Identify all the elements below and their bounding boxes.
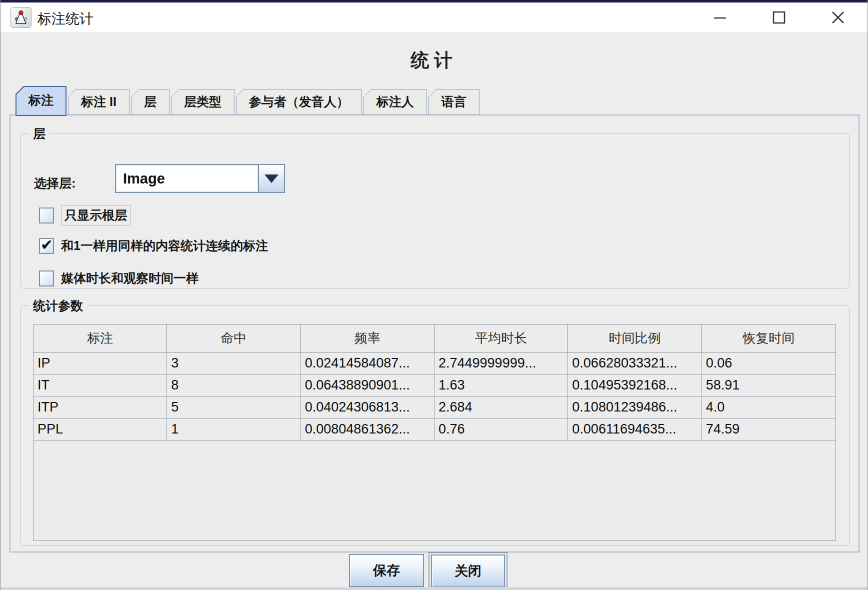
tab-label: 标注人 (364, 89, 427, 114)
cell-frequency: 0.06438890901... (301, 374, 434, 396)
titlebar[interactable]: 标注统计 (0, 2, 868, 32)
tab-tiers[interactable]: 层 (131, 89, 170, 115)
column-header-frequency[interactable]: 频率 (301, 324, 434, 352)
tab-participants[interactable]: 参与者（发音人） (236, 89, 362, 115)
maximize-button[interactable] (750, 2, 808, 32)
checkbox-icon (39, 208, 54, 224)
combo-dropdown-button[interactable] (258, 165, 284, 192)
tab-bar: 标注 标注 II 层 层类型 参与者（发音人） 标注人 (16, 85, 481, 115)
java-duke-icon (10, 7, 32, 28)
cell-time-ratio: 0.10801239486... (568, 396, 702, 418)
cell-latency-time: 74.59 (702, 418, 836, 440)
cell-time-ratio: 0.00611694635... (568, 418, 702, 440)
chevron-down-icon (264, 174, 278, 183)
column-header-occurrences[interactable]: 命中 (167, 324, 300, 352)
cell-occurrences: 3 (167, 352, 300, 374)
tab-annotations-2[interactable]: 标注 II (68, 89, 130, 115)
save-button[interactable]: 保存 (349, 554, 424, 587)
tab-label: 标注 II (68, 89, 130, 114)
cell-latency-time: 0.06 (702, 352, 836, 374)
select-tier-label: 选择层: (34, 175, 76, 192)
cell-time-ratio: 0.10495392168... (568, 374, 702, 396)
cell-annotation: IT (34, 374, 167, 396)
annotation-statistics-window: 标注统计 统计 标注 标注 II 层 (0, 0, 868, 590)
checkbox-checked-icon (39, 238, 54, 254)
table-row[interactable]: ITP 5 0.04024306813... 2.684 0.108012394… (34, 396, 836, 418)
tab-label: 参与者（发音人） (236, 89, 362, 114)
tier-groupbox: 层 选择层: Image 只显示根层 和1一样用同样的内容统计连续的标注 媒体时… (20, 134, 850, 288)
checkbox-root-tiers-only[interactable]: 只显示根层 (39, 205, 130, 226)
checkbox-label: 和1一样用同样的内容统计连续的标注 (61, 238, 268, 254)
tier-group-title: 层 (29, 126, 50, 142)
tier-combobox-value: Image (116, 165, 258, 192)
cell-occurrences: 8 (167, 374, 300, 396)
tab-annotations[interactable]: 标注 (16, 86, 66, 116)
tab-label: 层类型 (171, 89, 234, 114)
checkbox-label: 媒体时长和观察时间一样 (61, 270, 198, 286)
table-row[interactable]: IT 8 0.06438890901... 1.63 0.10495392168… (34, 374, 836, 396)
cell-occurrences: 5 (167, 396, 300, 418)
column-header-latency-time[interactable]: 恢复时间 (702, 324, 836, 352)
page-title: 统计 (0, 48, 868, 73)
minimize-button[interactable] (690, 2, 750, 32)
close-dialog-button[interactable]: 关闭 (431, 554, 505, 588)
cell-frequency: 0.02414584087... (301, 352, 434, 374)
statistics-table: 标注 命中 频率 平均时长 时间比例 恢复时间 IP 3 0.024145840… (33, 324, 836, 541)
tab-annotators[interactable]: 标注人 (364, 89, 427, 115)
table-row[interactable]: PPL 1 0.00804861362... 0.76 0.0061169463… (34, 418, 836, 440)
close-button[interactable] (808, 2, 868, 32)
cell-latency-time: 58.91 (702, 374, 836, 396)
cell-time-ratio: 0.06628033321... (568, 352, 702, 374)
cell-annotation: PPL (34, 418, 167, 440)
checkbox-label: 只显示根层 (61, 205, 130, 226)
cell-average-duration: 1.63 (434, 374, 568, 396)
tab-label: 层 (131, 89, 170, 114)
cell-latency-time: 4.0 (702, 396, 836, 418)
table-header-row: 标注 命中 频率 平均时长 时间比例 恢复时间 (34, 324, 836, 352)
cell-annotation: ITP (34, 396, 167, 418)
tab-languages[interactable]: 语言 (428, 89, 480, 115)
checkbox-count-contiguous-annotations[interactable]: 和1一样用同样的内容统计连续的标注 (39, 238, 268, 254)
column-header-time-ratio[interactable]: 时间比例 (568, 324, 702, 352)
cell-average-duration: 2.7449999999... (434, 352, 568, 374)
cell-occurrences: 1 (167, 418, 300, 440)
column-header-annotation[interactable]: 标注 (34, 324, 167, 352)
tab-tier-types[interactable]: 层类型 (171, 89, 234, 115)
statistics-group-title: 统计参数 (29, 298, 87, 314)
window-controls (690, 2, 868, 32)
cell-average-duration: 0.76 (434, 418, 568, 440)
checkbox-icon (39, 270, 54, 286)
table-row[interactable]: IP 3 0.02414584087... 2.7449999999... 0.… (34, 352, 836, 374)
window-bottom-edge (0, 587, 868, 590)
tab-content-panel: 层 选择层: Image 只显示根层 和1一样用同样的内容统计连续的标注 媒体时… (10, 114, 860, 552)
checkbox-media-duration-observation[interactable]: 媒体时长和观察时间一样 (39, 270, 198, 286)
tab-label: 语言 (428, 89, 480, 114)
tier-combobox[interactable]: Image (115, 164, 285, 193)
default-button-ring: 关闭 (428, 552, 508, 590)
window-title: 标注统计 (38, 10, 94, 28)
cell-frequency: 0.04024306813... (301, 396, 434, 418)
column-header-average-duration[interactable]: 平均时长 (434, 324, 568, 352)
cell-frequency: 0.00804861362... (301, 418, 434, 440)
statistics-groupbox: 统计参数 标注 命中 频率 平均时长 时间比例 恢复时间 IP 3 0.0241… (20, 306, 850, 546)
cell-average-duration: 2.684 (434, 396, 568, 418)
tab-label: 标注 (16, 86, 66, 114)
cell-annotation: IP (34, 352, 167, 374)
